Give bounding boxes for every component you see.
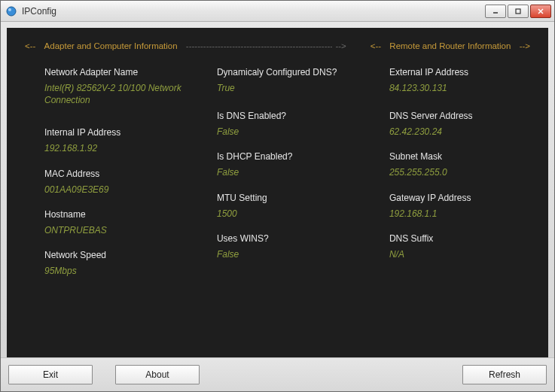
field-external-ip: External IP Address 84.123.30.131 xyxy=(389,67,530,94)
svg-point-0 xyxy=(7,7,16,16)
value-dns-enabled: False xyxy=(217,126,365,138)
label-hostname: Hostname xyxy=(44,209,193,220)
header-arrow-right-suf: --> xyxy=(520,41,530,50)
field-hostname: Hostname ONTPRUEBAS xyxy=(44,209,193,236)
about-button[interactable]: About xyxy=(115,365,200,384)
field-adapter-name: Network Adapter Name Intel(R) 82562V-2 1… xyxy=(44,67,193,106)
field-gateway: Gateway IP Address 192.168.1.1 xyxy=(389,193,530,220)
window-title: IPConfig xyxy=(22,6,485,17)
field-dns-enabled: Is DNS Enabled? False xyxy=(217,111,365,138)
section-header-right: <-- Remote and Router Information --> xyxy=(371,41,530,50)
refresh-button[interactable]: Refresh xyxy=(462,365,547,384)
button-bar: Exit About Refresh xyxy=(1,357,554,391)
header-label-left: Adapter and Computer Information xyxy=(44,41,178,50)
column-remote: External IP Address 84.123.30.131 DNS Se… xyxy=(389,67,530,290)
label-speed: Network Speed xyxy=(44,250,193,260)
value-wins: False xyxy=(217,248,365,260)
value-hostname: ONTPRUEBAS xyxy=(44,224,193,236)
label-adapter-name: Network Adapter Name xyxy=(44,67,193,77)
window-controls xyxy=(485,5,551,18)
field-mtu: MTU Setting 1500 xyxy=(217,193,365,220)
value-gateway: 192.168.1.1 xyxy=(389,208,530,220)
exit-button[interactable]: Exit xyxy=(8,365,93,384)
field-mac: MAC Address 001AA09E3E69 xyxy=(44,169,193,196)
value-subnet: 255.255.255.0 xyxy=(389,166,530,178)
field-internal-ip: Internal IP Address 192.168.1.92 xyxy=(44,127,193,154)
value-adapter-name: Intel(R) 82562V-2 10/100 Network Connect… xyxy=(44,82,193,106)
close-button[interactable] xyxy=(530,5,551,18)
field-suffix: DNS Suffix N/A xyxy=(389,233,530,260)
field-speed: Network Speed 95Mbps xyxy=(44,250,193,277)
value-external-ip: 84.123.30.131 xyxy=(389,82,530,94)
label-wins: Uses WINS? xyxy=(217,233,365,244)
value-internal-ip: 192.168.1.92 xyxy=(44,142,193,154)
column-adapter: Network Adapter Name Intel(R) 82562V-2 1… xyxy=(44,67,193,290)
label-mac: MAC Address xyxy=(44,169,193,179)
value-dns-server: 62.42.230.24 xyxy=(389,126,530,138)
svg-point-1 xyxy=(8,8,11,11)
label-subnet: Subnet Mask xyxy=(389,151,530,162)
field-dhcp-enabled: Is DHCP Enabled? False xyxy=(217,151,365,178)
label-external-ip: External IP Address xyxy=(389,67,530,77)
maximize-button[interactable] xyxy=(508,5,529,18)
label-suffix: DNS Suffix xyxy=(389,233,530,244)
label-dhcp-enabled: Is DHCP Enabled? xyxy=(217,151,365,162)
label-dns-server: DNS Server Address xyxy=(389,111,530,121)
label-internal-ip: Internal IP Address xyxy=(44,127,193,138)
header-dashes: ----------------------------------------… xyxy=(186,41,333,50)
label-dns-enabled: Is DNS Enabled? xyxy=(217,111,365,121)
value-speed: 95Mbps xyxy=(44,265,193,277)
value-dhcp-enabled: False xyxy=(217,166,365,178)
value-dyn-dns: True xyxy=(217,82,365,94)
column-dns: Dynamicaly Configured DNS? True Is DNS E… xyxy=(217,67,365,290)
label-dyn-dns: Dynamicaly Configured DNS? xyxy=(217,67,365,77)
app-icon xyxy=(5,5,17,17)
header-arrow-left: <-- xyxy=(25,41,35,50)
field-wins: Uses WINS? False xyxy=(217,233,365,260)
titlebar: IPConfig xyxy=(1,1,554,22)
label-gateway: Gateway IP Address xyxy=(389,193,530,203)
value-suffix: N/A xyxy=(389,248,530,260)
value-mac: 001AA09E3E69 xyxy=(44,184,193,196)
field-dns-server: DNS Server Address 62.42.230.24 xyxy=(389,111,530,138)
section-header-left: <-- Adapter and Computer Information ---… xyxy=(25,41,346,50)
value-mtu: 1500 xyxy=(217,208,365,220)
field-subnet: Subnet Mask 255.255.255.0 xyxy=(389,151,530,178)
minimize-button[interactable] xyxy=(485,5,506,18)
field-dyn-dns: Dynamicaly Configured DNS? True xyxy=(217,67,365,94)
label-mtu: MTU Setting xyxy=(217,193,365,203)
header-arrow-right-pre: <-- xyxy=(371,41,381,50)
header-label-right: Remote and Router Information xyxy=(389,41,511,50)
header-arrow-mid: --> xyxy=(335,41,346,50)
info-panel: <-- Adapter and Computer Information ---… xyxy=(7,28,548,357)
svg-rect-3 xyxy=(516,9,520,14)
